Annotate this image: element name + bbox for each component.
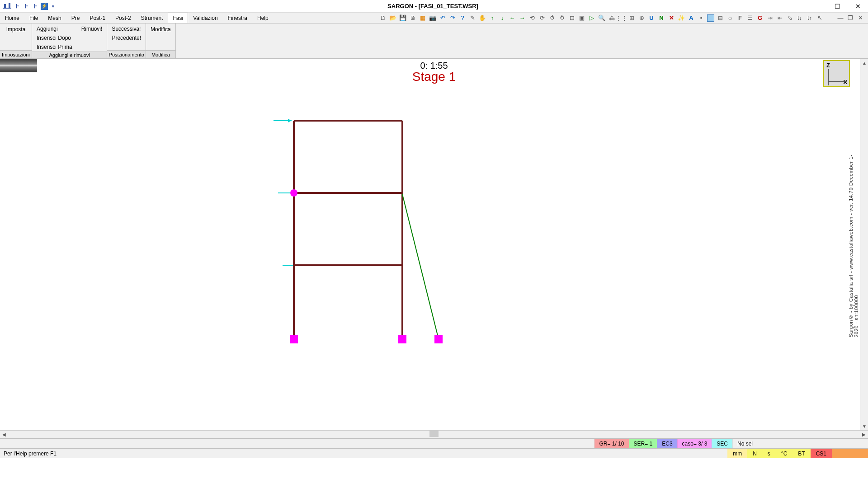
menu-pre[interactable]: Pre bbox=[66, 13, 85, 23]
x-icon[interactable]: ✕ bbox=[667, 14, 675, 22]
arrow-left-icon[interactable]: ← bbox=[508, 14, 516, 22]
menu-strument[interactable]: Strument bbox=[136, 13, 168, 23]
window-icon[interactable]: ⊟ bbox=[716, 14, 724, 22]
sparkle-icon[interactable]: ✨ bbox=[677, 14, 685, 22]
undo-icon[interactable]: ↶ bbox=[439, 14, 447, 22]
box-icon-2[interactable]: ▣ bbox=[578, 14, 586, 22]
arrow-up-icon[interactable]: ↑ bbox=[488, 14, 496, 22]
status-sec[interactable]: SEC bbox=[712, 439, 732, 448]
horizontal-scrollbar[interactable]: ◀ ▶ bbox=[0, 430, 868, 438]
n-icon[interactable]: N bbox=[657, 14, 665, 22]
status-bar-lower: Per l'Help premere F1 mm N s °C BT CS1 bbox=[0, 448, 868, 458]
svg-point-13 bbox=[290, 189, 297, 197]
grid-icon[interactable]: ▦ bbox=[419, 14, 427, 22]
scroll-up-icon[interactable]: ▲ bbox=[860, 59, 868, 67]
restore-window-icon[interactable]: ❐ bbox=[846, 14, 854, 22]
qat-icon-1[interactable]: Ⱶ bbox=[14, 2, 22, 10]
unit-bt[interactable]: BT bbox=[793, 449, 810, 458]
help-icon[interactable]: ? bbox=[458, 14, 467, 22]
scroll-thumb[interactable] bbox=[429, 431, 439, 437]
toggle-icon[interactable]: ⊞ bbox=[627, 14, 636, 22]
collapse-ribbon-icon[interactable]: — bbox=[836, 14, 844, 22]
scroll-right-icon[interactable]: ▶ bbox=[860, 431, 868, 439]
menu-mesh[interactable]: Mesh bbox=[43, 13, 66, 23]
unit-c[interactable]: °C bbox=[776, 449, 793, 458]
a-icon[interactable]: A bbox=[687, 14, 695, 22]
dots-grid-icon[interactable]: ⋮⋮ bbox=[618, 14, 626, 22]
ribbon-group-impostazioni: Imposta Impostazioni bbox=[0, 23, 32, 58]
gear-icon[interactable]: ☼ bbox=[726, 14, 734, 22]
new-doc-icon[interactable]: 🗋 bbox=[379, 14, 387, 22]
unit-cs1[interactable]: CS1 bbox=[811, 449, 832, 458]
menu-bar: HomeFileMeshPrePost-1Post-2StrumentFasiV… bbox=[0, 13, 868, 23]
inserisci-prima-button[interactable]: Inserisci Prima bbox=[32, 42, 77, 52]
hand-icon[interactable]: ✋ bbox=[478, 14, 486, 22]
qat-icon-2[interactable]: Ⱶ bbox=[23, 2, 31, 10]
f-icon[interactable]: F bbox=[736, 14, 744, 22]
diag-icon[interactable]: ⬂ bbox=[786, 14, 794, 22]
menu-post-1[interactable]: Post-1 bbox=[85, 13, 110, 23]
blue-panel-icon[interactable] bbox=[707, 14, 714, 22]
maximize-button[interactable]: ☐ bbox=[827, 0, 848, 13]
modifica-button[interactable]: Modifica bbox=[146, 23, 175, 50]
target-icon[interactable]: ⊕ bbox=[637, 14, 646, 22]
rotate-icon-4[interactable]: ⥁ bbox=[558, 14, 566, 22]
rotate-icon-3[interactable]: ⥀ bbox=[548, 14, 556, 22]
qat-dropdown[interactable]: ▾ bbox=[49, 2, 57, 10]
menu-help[interactable]: Help bbox=[252, 13, 274, 23]
export-icon[interactable]: ⇤ bbox=[776, 14, 784, 22]
zoom-icon[interactable]: 🔍 bbox=[598, 14, 606, 22]
scroll-left-icon[interactable]: ◀ bbox=[0, 431, 8, 439]
page-icon[interactable]: 🗎 bbox=[409, 14, 417, 22]
menu-file[interactable]: File bbox=[24, 13, 43, 23]
rotate-icon-1[interactable]: ⟲ bbox=[528, 14, 536, 22]
play-icon[interactable]: ▷ bbox=[588, 14, 596, 22]
canvas-area[interactable]: 0: 1:55 Stage 1 Z X Sargon© - by Castali… bbox=[0, 59, 868, 430]
aggiungi-button[interactable]: Aggiungi bbox=[32, 24, 77, 33]
g-icon[interactable]: G bbox=[756, 14, 764, 22]
menu-finestra[interactable]: Finestra bbox=[223, 13, 252, 23]
rotate-icon-2[interactable]: ⟳ bbox=[538, 14, 546, 22]
unit-n[interactable]: N bbox=[747, 449, 762, 458]
box-icon-1[interactable]: ⊡ bbox=[568, 14, 576, 22]
stack-icon[interactable]: ☰ bbox=[746, 14, 754, 22]
status-caso[interactable]: caso= 3/ 3 bbox=[677, 439, 712, 448]
open-folder-icon[interactable]: 📂 bbox=[389, 14, 397, 22]
app-logo[interactable] bbox=[2, 1, 13, 12]
arrow-right-icon[interactable]: → bbox=[518, 14, 526, 22]
menu-home[interactable]: Home bbox=[0, 13, 24, 23]
menu-post-2[interactable]: Post-2 bbox=[110, 13, 136, 23]
save-icon[interactable]: 💾 bbox=[399, 14, 407, 22]
redo-icon[interactable]: ↷ bbox=[448, 14, 457, 22]
qat-icon-3[interactable]: Ⱶ bbox=[32, 2, 40, 10]
small-box-icon[interactable]: ▪ bbox=[697, 14, 705, 22]
rimuovi-button[interactable]: Rimuovi! bbox=[77, 24, 107, 33]
camera-icon[interactable]: 📷 bbox=[429, 14, 437, 22]
t-icon-2[interactable]: t↑ bbox=[806, 14, 814, 22]
scroll-down-icon[interactable]: ▼ bbox=[860, 422, 868, 430]
arrow-down-icon[interactable]: ↓ bbox=[498, 14, 506, 22]
close-button[interactable]: ✕ bbox=[848, 0, 868, 13]
wand-icon[interactable]: ⁂ bbox=[608, 14, 616, 22]
t-icon-1[interactable]: t↓ bbox=[796, 14, 804, 22]
vertical-scrollbar[interactable]: ▲ ▼ bbox=[860, 59, 868, 430]
minimize-button[interactable]: — bbox=[807, 0, 827, 13]
qat-icon-4[interactable]: ⚡ bbox=[41, 3, 48, 10]
status-gr[interactable]: GR= 1/ 10 bbox=[594, 439, 629, 448]
close-doc-icon[interactable]: ✕ bbox=[856, 14, 864, 22]
import-icon[interactable]: ⇥ bbox=[766, 14, 774, 22]
menu-fasi[interactable]: Fasi bbox=[168, 13, 188, 23]
ribbon-footer-modifica: Modifica bbox=[146, 50, 175, 58]
unit-mm[interactable]: mm bbox=[727, 449, 747, 458]
menu-validazion[interactable]: Validazion bbox=[188, 13, 222, 23]
inserisci-dopo-button[interactable]: Inserisci Dopo bbox=[32, 33, 77, 42]
u-icon[interactable]: U bbox=[647, 14, 656, 22]
precedente-button[interactable]: Precedente! bbox=[107, 33, 146, 42]
pencil-icon[interactable]: ✎ bbox=[468, 14, 476, 22]
status-ser[interactable]: SER= 1 bbox=[629, 439, 657, 448]
imposta-button[interactable]: Imposta bbox=[0, 23, 32, 50]
successiva-button[interactable]: Successiva! bbox=[107, 24, 146, 33]
unit-s[interactable]: s bbox=[762, 449, 776, 458]
status-ec3[interactable]: EC3 bbox=[657, 439, 677, 448]
cursor-icon[interactable]: ↖ bbox=[816, 14, 824, 22]
